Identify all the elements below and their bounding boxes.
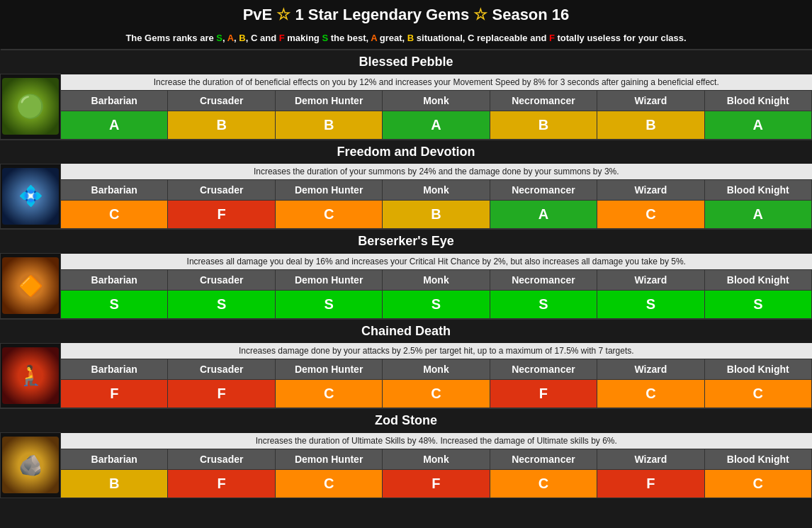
class-crusader-5: Crusader	[168, 449, 275, 469]
grade-wizard-3: S	[597, 290, 704, 319]
class-wizard-2: Wizard	[597, 180, 704, 201]
gem-image-3: 🔶	[1, 254, 61, 319]
grade-barbarian-2: C	[61, 201, 168, 230]
grade-wizard-4: C	[597, 380, 704, 409]
gem-desc-row-3: 🔶 Increases all damage you deal by 16% a…	[1, 254, 812, 270]
gem-desc-row-1: 🟢 Increase the duration of of beneficial…	[1, 74, 812, 91]
class-demonhunter-3: Demon Hunter	[275, 269, 382, 290]
gem-grades-2: C F C B A C A	[1, 201, 812, 230]
gem-desc-row-2: 💠 Increases the duration of your summons…	[1, 164, 812, 180]
class-monk-2: Monk	[383, 180, 490, 201]
gem-class-header-5: Barbarian Crusader Demon Hunter Monk Nec…	[1, 449, 812, 469]
grade-necromancer-3: S	[490, 290, 597, 319]
grade-crusader-3: S	[168, 290, 275, 319]
grade-wizard-1: B	[597, 111, 704, 140]
gem-grades-3: S S S S S S S	[1, 290, 812, 319]
gem-name-chained-death: Chained Death	[1, 319, 812, 344]
class-necromancer-5: Necromancer	[490, 449, 597, 469]
gem-image-1: 🟢	[1, 74, 61, 140]
gem-image-2: 💠	[1, 164, 61, 229]
class-demonhunter-2: Demon Hunter	[275, 180, 382, 201]
gem-grades-5: B F C F C F C	[1, 469, 812, 498]
gem-title-row-5: Zod Stone	[1, 408, 812, 433]
class-wizard-4: Wizard	[597, 359, 704, 380]
subtitle-bar: The Gems ranks are S, A, B, C and F maki…	[0, 30, 812, 49]
class-crusader-4: Crusader	[168, 359, 275, 380]
grade-necromancer-4: F	[490, 380, 597, 409]
grade-crusader-5: F	[168, 469, 275, 498]
gem-image-5: 🪨	[1, 433, 61, 498]
grade-monk-4: C	[383, 380, 490, 409]
class-demonhunter-4: Demon Hunter	[275, 359, 382, 380]
gem-title-row-3: Berserker's Eye	[1, 229, 812, 254]
class-barbarian-5: Barbarian	[61, 449, 168, 469]
grade-necromancer-2: A	[490, 201, 597, 230]
grade-wizard-2: C	[597, 201, 704, 230]
grade-barbarian-4: F	[61, 380, 168, 409]
gem-grades-4: F F C C F C C	[1, 380, 812, 409]
grade-necromancer-5: C	[490, 469, 597, 498]
page-header: PvE ☆ PvE ☆ 1 Star Legendary Gems ☆ Seas…	[0, 0, 812, 30]
grade-demonhunter-2: C	[275, 201, 382, 230]
class-barbarian-1: Barbarian	[61, 90, 168, 111]
gem-desc-row-4: 🧎 Increases damage done by your attacks …	[1, 343, 812, 359]
gem-image-4: 🧎	[1, 343, 61, 408]
grade-crusader-4: F	[168, 380, 275, 409]
class-crusader-2: Crusader	[168, 180, 275, 201]
grade-crusader-1: B	[168, 111, 275, 140]
grade-crusader-2: F	[168, 201, 275, 230]
class-crusader-1: Crusader	[168, 90, 275, 111]
grade-demonhunter-5: C	[275, 469, 382, 498]
class-necromancer-3: Necromancer	[490, 269, 597, 290]
grade-barbarian-3: S	[61, 290, 168, 319]
gem-name-berserker: Berserker's Eye	[1, 229, 812, 254]
star-icon-right: ☆	[473, 6, 487, 23]
class-monk-3: Monk	[383, 269, 490, 290]
grade-bloodknight-4: C	[704, 380, 811, 409]
gem-class-header-1: Barbarian Crusader Demon Hunter Monk Nec…	[1, 90, 812, 111]
class-barbarian-3: Barbarian	[61, 269, 168, 290]
grade-monk-2: B	[383, 201, 490, 230]
gem-grades-1: A B B A B B A	[1, 111, 812, 140]
grade-bloodknight-2: A	[704, 201, 811, 230]
grade-bloodknight-5: C	[704, 469, 811, 498]
gem-class-header-3: Barbarian Crusader Demon Hunter Monk Nec…	[1, 269, 812, 290]
gem-desc-row-5: 🪨 Increases the duration of Ultimate Ski…	[1, 433, 812, 449]
gem-class-header-2: Barbarian Crusader Demon Hunter Monk Nec…	[1, 180, 812, 201]
gem-title-row-4: Chained Death	[1, 319, 812, 344]
grade-barbarian-1: A	[61, 111, 168, 140]
class-crusader-3: Crusader	[168, 269, 275, 290]
class-wizard-1: Wizard	[597, 90, 704, 111]
class-demonhunter-1: Demon Hunter	[275, 90, 382, 111]
class-wizard-3: Wizard	[597, 269, 704, 290]
class-barbarian-2: Barbarian	[61, 180, 168, 201]
gem-title-row-2: Freedom and Devotion	[1, 140, 812, 164]
grade-demonhunter-4: C	[275, 380, 382, 409]
class-bloodknight-3: Blood Knight	[704, 269, 811, 290]
class-necromancer-4: Necromancer	[490, 359, 597, 380]
gem-title-row-1: Blessed Pebble	[1, 50, 812, 74]
class-bloodknight-5: Blood Knight	[704, 449, 811, 469]
grade-necromancer-1: B	[490, 111, 597, 140]
class-barbarian-4: Barbarian	[61, 359, 168, 380]
class-demonhunter-5: Demon Hunter	[275, 449, 382, 469]
gem-name-freedom: Freedom and Devotion	[1, 140, 812, 164]
class-bloodknight-1: Blood Knight	[704, 90, 811, 111]
class-monk-1: Monk	[383, 90, 490, 111]
gem-table: Blessed Pebble 🟢 Increase the duration o…	[0, 49, 812, 498]
star-icon-left: ☆	[276, 6, 291, 23]
class-necromancer-2: Necromancer	[490, 180, 597, 201]
class-necromancer-1: Necromancer	[490, 90, 597, 111]
gem-name-zod-stone: Zod Stone	[1, 408, 812, 433]
class-monk-5: Monk	[383, 449, 490, 469]
grade-demonhunter-3: S	[275, 290, 382, 319]
class-bloodknight-4: Blood Knight	[704, 359, 811, 380]
grade-monk-3: S	[383, 290, 490, 319]
gem-class-header-4: Barbarian Crusader Demon Hunter Monk Nec…	[1, 359, 812, 380]
grade-wizard-5: F	[597, 469, 704, 498]
grade-bloodknight-3: S	[704, 290, 811, 319]
page-wrapper: PvE ☆ PvE ☆ 1 Star Legendary Gems ☆ Seas…	[0, 0, 812, 498]
page-title: PvE ☆ PvE ☆ 1 Star Legendary Gems ☆ Seas…	[3, 6, 809, 24]
grade-monk-5: F	[383, 469, 490, 498]
class-wizard-5: Wizard	[597, 449, 704, 469]
